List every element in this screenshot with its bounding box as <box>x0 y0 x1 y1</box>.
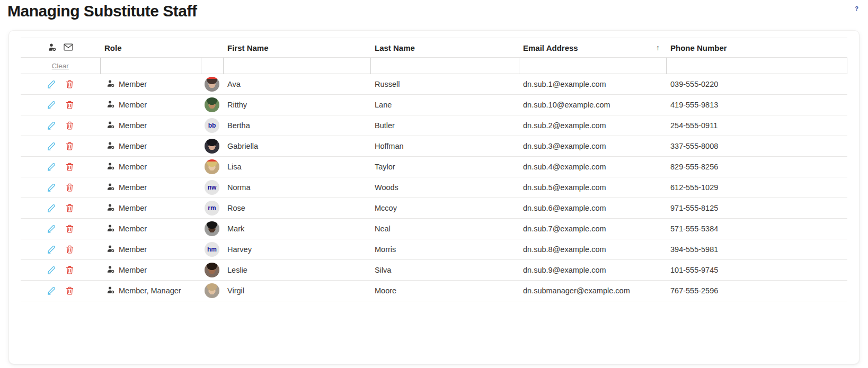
last-name-cell: Mccoy <box>370 198 519 219</box>
avatar-initials: nw <box>205 180 219 195</box>
person-badge-icon <box>107 203 115 213</box>
delete-button[interactable] <box>65 285 75 296</box>
delete-button[interactable] <box>65 79 75 89</box>
role-label: Member, Manager <box>119 286 181 295</box>
clear-filters-cell: Clear <box>21 58 100 74</box>
phone-cell: 571-555-5384 <box>666 219 847 239</box>
edit-button[interactable] <box>46 182 57 193</box>
delete-button[interactable] <box>65 100 75 110</box>
person-badge-icon <box>107 100 115 110</box>
staff-table-body: Member Ava Russell dn.sub.1@example.com … <box>21 74 847 301</box>
edit-button[interactable] <box>46 120 57 131</box>
role-cell: Member <box>100 74 201 95</box>
column-header-first-name[interactable]: First Name <box>223 38 370 58</box>
email-filter-input[interactable] <box>519 58 666 74</box>
delete-button[interactable] <box>65 141 75 151</box>
role-filter-input[interactable] <box>101 58 201 74</box>
avatar-cell: rm <box>201 198 223 219</box>
role-label: Member <box>119 101 147 109</box>
row-actions-cell <box>21 260 100 281</box>
role-label: Member <box>119 266 147 274</box>
last-name-cell: Neal <box>370 219 519 239</box>
table-row: Member rm Rose Mccoy dn.sub.6@example.co… <box>21 198 847 219</box>
column-header-last-name[interactable]: Last Name <box>370 38 519 58</box>
edit-button[interactable] <box>46 203 57 213</box>
first-name-cell: Gabriella <box>223 136 370 157</box>
avatar-photo <box>205 283 219 298</box>
role-label: Member <box>119 163 147 171</box>
edit-button[interactable] <box>46 141 57 151</box>
avatar-photo <box>205 263 219 277</box>
phone-cell: 101-555-9745 <box>666 260 847 281</box>
person-badge-icon <box>48 43 57 51</box>
clear-filters-link[interactable]: Clear <box>52 62 69 70</box>
row-actions-cell <box>21 95 100 115</box>
first-name-filter-input[interactable] <box>224 58 370 74</box>
delete-button[interactable] <box>65 223 75 234</box>
person-badge-icon <box>107 183 115 192</box>
avatar-cell <box>201 281 223 301</box>
role-cell: Member <box>100 136 201 157</box>
role-cell: Member <box>100 95 201 115</box>
edit-button[interactable] <box>46 223 57 234</box>
person-badge-icon <box>107 79 115 89</box>
table-row: Member hm Harvey Morris dn.sub.8@example… <box>21 239 847 260</box>
edit-button[interactable] <box>46 244 57 255</box>
row-actions-cell <box>21 239 100 260</box>
edit-button[interactable] <box>46 285 57 296</box>
email-cell: dn.sub.9@example.com <box>519 260 666 281</box>
phone-cell: 612-555-1029 <box>666 177 847 198</box>
column-header-email[interactable]: Email Address ↑ <box>519 38 666 58</box>
avatar-cell <box>201 74 223 95</box>
edit-button[interactable] <box>46 265 57 275</box>
help-icon[interactable]: ? <box>855 5 858 12</box>
role-label: Member <box>119 142 147 150</box>
first-name-cell: Ritthy <box>223 95 370 115</box>
table-row: Member Leslie Silva dn.sub.9@example.com… <box>21 260 847 281</box>
column-header-phone[interactable]: Phone Number <box>666 38 847 58</box>
phone-filter-cell <box>666 58 847 74</box>
first-name-cell: Mark <box>223 219 370 239</box>
delete-button[interactable] <box>65 244 75 255</box>
last-name-cell: Morris <box>370 239 519 260</box>
email-cell: dn.sub.4@example.com <box>519 157 666 177</box>
row-actions-cell <box>21 281 100 301</box>
phone-cell: 419-555-9813 <box>666 95 847 115</box>
email-cell: dn.sub.5@example.com <box>519 177 666 198</box>
avatar-cell <box>201 95 223 115</box>
row-actions-cell <box>21 74 100 95</box>
edit-button[interactable] <box>46 100 57 110</box>
email-cell: dn.submanager@example.com <box>519 281 666 301</box>
person-badge-icon <box>107 121 115 130</box>
person-badge-icon <box>107 162 115 172</box>
delete-button[interactable] <box>65 120 75 131</box>
last-name-cell: Russell <box>370 74 519 95</box>
edit-button[interactable] <box>46 161 57 172</box>
delete-button[interactable] <box>65 182 75 193</box>
role-filter-cell <box>100 58 201 74</box>
delete-button[interactable] <box>65 265 75 275</box>
avatar-cell <box>201 157 223 177</box>
last-name-filter-input[interactable] <box>371 58 519 74</box>
avatar-photo <box>205 97 219 112</box>
role-cell: Member <box>100 157 201 177</box>
edit-button[interactable] <box>46 79 57 89</box>
role-cell: Member <box>100 219 201 239</box>
column-header-role[interactable]: Role <box>100 38 201 58</box>
last-name-cell: Woods <box>370 177 519 198</box>
first-name-filter-cell <box>223 58 370 74</box>
email-filter-cell <box>519 58 666 74</box>
delete-button[interactable] <box>65 161 75 172</box>
phone-filter-input[interactable] <box>667 58 847 74</box>
last-name-cell: Hoffman <box>370 136 519 157</box>
last-name-cell: Lane <box>370 95 519 115</box>
delete-button[interactable] <box>65 203 75 213</box>
avatar-photo <box>205 139 219 154</box>
page-title: Managing Substitute Staff <box>7 2 197 20</box>
phone-cell: 039-555-0220 <box>666 74 847 95</box>
email-cell: dn.sub.3@example.com <box>519 136 666 157</box>
first-name-cell: Bertha <box>223 115 370 136</box>
sort-ascending-icon[interactable]: ↑ <box>656 43 662 52</box>
role-label: Member <box>119 183 147 192</box>
table-filter-row: Clear <box>21 58 847 74</box>
